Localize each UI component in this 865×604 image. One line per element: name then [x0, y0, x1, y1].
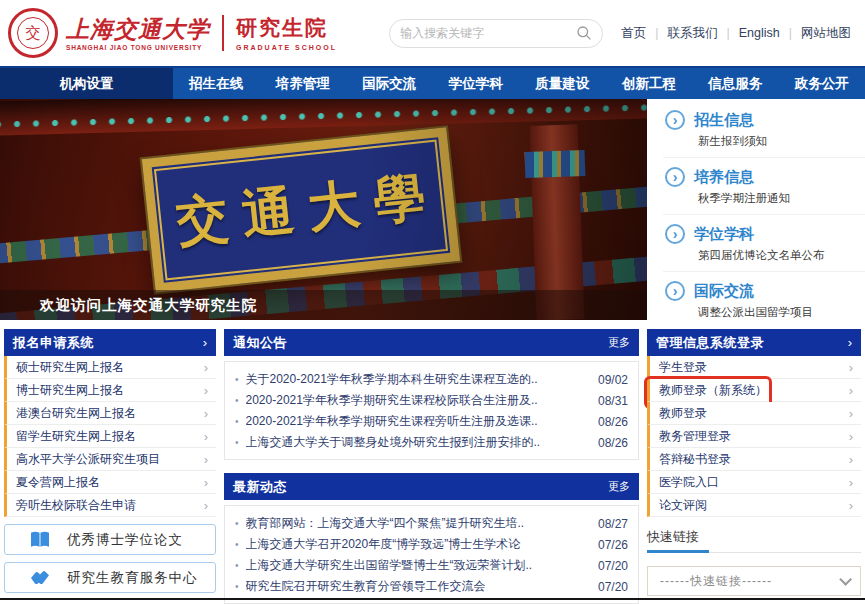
quick-links-header: 快速链接 — [647, 527, 861, 553]
bullet-icon: • — [235, 437, 239, 448]
chevron-right-icon: › — [849, 498, 853, 513]
nav-item-quality[interactable]: 质量建设 — [519, 68, 606, 99]
circle-arrow-icon: › — [665, 281, 685, 301]
nav-item-international[interactable]: 国际交流 — [346, 68, 433, 99]
chevron-right-icon: › — [203, 335, 207, 350]
quick-info-international[interactable]: › 国际交流 调整公派出国留学项目 — [663, 272, 865, 328]
nav-item-public-affairs[interactable]: 政务公开 — [779, 68, 865, 99]
page: 交 上海交通大学 SHANGHAI JIAO TONG UNIVERSITY 研… — [0, 0, 865, 604]
news-item[interactable]: • 教育部网站：上海交通大学“四个聚焦”提升研究生培.. 08/27 — [235, 513, 628, 534]
bullet-icon: • — [235, 518, 239, 529]
apply-item-international-students[interactable]: 留学生研究生网上报名› — [4, 425, 216, 448]
nav-item-training[interactable]: 培养管理 — [260, 68, 347, 99]
search-icon[interactable] — [576, 25, 592, 41]
nav-item-admissions[interactable]: 招生在线 — [173, 68, 260, 99]
news-item[interactable]: • 研究生院召开研究生教育分管领导工作交流会 07/20 — [235, 576, 628, 597]
chevron-right-icon: › — [204, 452, 208, 467]
university-name-en: SHANGHAI JIAO TONG UNIVERSITY — [66, 44, 210, 51]
news-more-link[interactable]: 更多 — [608, 479, 630, 494]
banner-shading — [0, 99, 647, 320]
bullet-icon: • — [235, 395, 239, 406]
notice-item[interactable]: • 2020-2021学年秋季学期研究生课程校际联合生注册及.. 08/31 — [235, 390, 628, 411]
nav-item-info-services[interactable]: 信息服务 — [692, 68, 779, 99]
news-panel: 最新动态 更多 • 教育部网站：上海交通大学“四个聚焦”提升研究生培.. 08/… — [224, 473, 639, 604]
excellent-thesis-button[interactable]: 优秀博士学位论文 — [4, 524, 216, 555]
news-item[interactable]: • 上海交通大学研究生出国留学暨博士生“致远荣誉计划.. 07/20 — [235, 555, 628, 576]
bullet-icon: • — [235, 560, 239, 571]
chevron-right-icon: › — [204, 498, 208, 513]
circle-arrow-icon: › — [665, 224, 685, 244]
chevron-right-icon: › — [204, 360, 208, 375]
quick-info-training[interactable]: › 培养信息 秋季学期注册通知 — [663, 158, 865, 215]
bullet-icon: • — [235, 416, 239, 427]
apply-item-master[interactable]: 硕士研究生网上报名› — [4, 356, 216, 379]
nav-item-orgs[interactable]: 机构设置 — [0, 68, 173, 99]
login-panel-header: 管理信息系统登录 › — [647, 329, 861, 356]
login-item-medical-school[interactable]: 医学院入口› — [647, 471, 861, 494]
book-icon — [29, 531, 51, 549]
university-seal-icon: 交 — [8, 8, 58, 58]
main-nav: 机构设置 招生在线 培养管理 国际交流 学位学科 质量建设 创新工程 信息服务 … — [0, 66, 865, 99]
chevron-right-icon: › — [849, 406, 853, 421]
login-item-defense-secretary[interactable]: 答辩秘书登录› — [647, 448, 861, 471]
education-service-center-button[interactable]: 研究生教育服务中心 — [4, 562, 216, 593]
search-box[interactable] — [389, 19, 603, 48]
chevron-right-icon: › — [204, 475, 208, 490]
chevron-right-icon: › — [849, 360, 853, 375]
apply-systems-panel: 报名申请系统 › 硕士研究生网上报名› 博士研究生网上报名› 港澳台研究生网上报… — [4, 329, 216, 604]
notice-item[interactable]: • 关于2020-2021学年秋季学期本科生研究生课程互选的.. 09/02 — [235, 369, 628, 390]
bullet-icon: • — [235, 581, 239, 592]
apply-item-auditor[interactable]: 旁听生校际联合生申请› — [4, 494, 216, 517]
quick-info-admissions[interactable]: › 招生信息 新生报到须知 — [663, 101, 865, 158]
news-item[interactable]: • 上海交通大学召开2020年度“博学致远”博士生学术论 07/26 — [235, 534, 628, 555]
news-panel-header: 最新动态 更多 — [224, 473, 639, 500]
bullet-icon: • — [235, 539, 239, 550]
login-systems-panel: 管理信息系统登录 › 学生登录› 教师登录（新系统）› 教师登录› 教务管理登录… — [647, 329, 861, 604]
circle-arrow-icon: › — [665, 167, 685, 187]
university-name-zh: 上海交通大学 — [66, 16, 210, 42]
hero-banner-image[interactable]: 交通大學 欢迎访问上海交通大学研究生院 — [0, 99, 647, 320]
chevron-right-icon: › — [204, 429, 208, 444]
circle-arrow-icon: › — [665, 110, 685, 130]
chevron-right-icon: › — [204, 406, 208, 421]
login-item-thesis-review[interactable]: 论文评阅› — [647, 494, 861, 517]
nav-item-degrees[interactable]: 学位学科 — [433, 68, 520, 99]
login-item-teacher[interactable]: 教师登录› — [647, 402, 861, 425]
site-title-en: GRADUATE SCHOOL — [236, 44, 337, 51]
nav-item-innovation[interactable]: 创新工程 — [606, 68, 693, 99]
top-links: 首页 联系我们 English 网站地图 — [621, 25, 851, 42]
apply-item-hmt[interactable]: 港澳台研究生网上报名› — [4, 402, 216, 425]
login-item-teacher-new-system[interactable]: 教师登录（新系统）› — [647, 379, 861, 402]
logo-divider — [222, 15, 224, 51]
quick-info-degrees[interactable]: › 学位学科 第四届优博论文名单公布 — [663, 215, 865, 272]
top-link-home[interactable]: 首页 — [621, 25, 667, 42]
bullet-icon: • — [235, 374, 239, 385]
site-title-zh: 研究生院 — [236, 15, 337, 41]
handshake-icon — [29, 569, 51, 587]
apply-item-csc-program[interactable]: 高水平大学公派研究生项目› — [4, 448, 216, 471]
chevron-right-icon: › — [849, 452, 853, 467]
notice-item[interactable]: • 2020-2021学年秋季学期研究生课程旁听生注册及选课.. 08/26 — [235, 411, 628, 432]
notice-more-link[interactable]: 更多 — [608, 335, 630, 350]
chevron-right-icon: › — [849, 383, 853, 398]
top-link-sitemap[interactable]: 网站地图 — [801, 25, 851, 42]
site-header: 交 上海交通大学 SHANGHAI JIAO TONG UNIVERSITY 研… — [0, 0, 865, 66]
chevron-down-icon — [839, 573, 852, 586]
login-item-student[interactable]: 学生登录› — [647, 356, 861, 379]
apply-item-phd[interactable]: 博士研究生网上报名› — [4, 379, 216, 402]
top-link-contact[interactable]: 联系我们 — [668, 25, 739, 42]
site-logo[interactable]: 交 上海交通大学 SHANGHAI JIAO TONG UNIVERSITY 研… — [8, 8, 337, 58]
notice-item[interactable]: • 上海交通大学关于调整身处境外研究生报到注册安排的.. 08/26 — [235, 432, 628, 453]
notice-panel-header: 通知公告 更多 — [224, 329, 639, 356]
chevron-right-icon: › — [849, 475, 853, 490]
chevron-right-icon: › — [848, 335, 852, 350]
banner-caption: 欢迎访问上海交通大学研究生院 — [0, 290, 647, 320]
quick-links-dropdown[interactable]: ------快速链接------ — [647, 566, 861, 596]
notice-panel: 通知公告 更多 • 关于2020-2021学年秋季学期本科生研究生课程互选的..… — [224, 329, 639, 460]
top-link-english[interactable]: English — [739, 26, 801, 40]
apply-item-summer-camp[interactable]: 夏令营网上报名› — [4, 471, 216, 494]
chevron-right-icon: › — [849, 429, 853, 444]
login-item-academic-admin[interactable]: 教务管理登录› — [647, 425, 861, 448]
search-input[interactable] — [400, 26, 576, 40]
quick-info-panel: › 招生信息 新生报到须知 › 培养信息 秋季学期注册通知 › 学位学科 第四届… — [647, 99, 865, 320]
